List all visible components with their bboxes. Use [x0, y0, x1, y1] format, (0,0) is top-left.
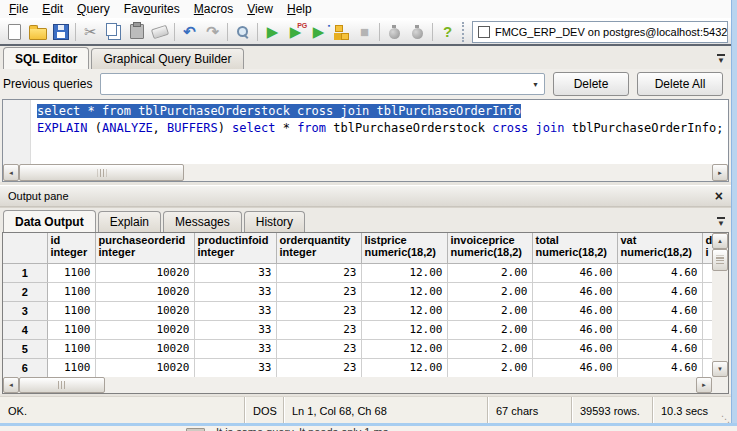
grid-cell[interactable]: 23	[276, 282, 361, 301]
help-button[interactable]: ?	[436, 21, 459, 43]
grid-cell[interactable]	[702, 358, 712, 377]
row-number[interactable]: 5	[3, 339, 47, 358]
grid-horizontal-scrollbar[interactable]: ◄ ►	[3, 377, 712, 393]
delete-all-button[interactable]: Delete All	[637, 72, 723, 96]
resize-grip-icon[interactable]: ⋱	[721, 414, 730, 423]
execute-to-file-button[interactable]: ▶▪	[307, 21, 330, 43]
column-header-purchaseorderid[interactable]: purchaseorderidinteger	[95, 233, 194, 263]
grid-cell[interactable]: 46.00	[532, 263, 617, 282]
delete-button[interactable]: Delete	[553, 72, 629, 96]
scroll-right-icon[interactable]: ►	[696, 377, 712, 393]
chevron-down-icon[interactable]: ▼	[527, 81, 544, 88]
tab-list-dropdown-icon[interactable]: ▼	[717, 217, 725, 228]
editor-horizontal-scrollbar[interactable]: ◄ ►	[3, 164, 728, 181]
bomb-button[interactable]	[383, 21, 406, 43]
grid-cell[interactable]: 4.60	[617, 263, 702, 282]
grid-cell[interactable]: 46.00	[532, 339, 617, 358]
row-number[interactable]: 4	[3, 320, 47, 339]
grid-cell[interactable]: 12.00	[361, 320, 447, 339]
grid-cell[interactable]: 33	[194, 282, 276, 301]
grid-cell[interactable]: 23	[276, 263, 361, 282]
grid-cell[interactable]: 46.00	[532, 320, 617, 339]
paste-button[interactable]	[125, 21, 148, 43]
menu-item-edit[interactable]: Edit	[35, 1, 70, 17]
menu-item-file[interactable]: File	[2, 1, 35, 17]
grid-cell[interactable]: 4.60	[617, 282, 702, 301]
menu-item-macros[interactable]: Macros	[187, 1, 240, 17]
grid-cell[interactable]: 10020	[95, 282, 194, 301]
grid-vertical-scrollbar[interactable]: ▲ ▼	[712, 233, 728, 377]
grid-cell[interactable]	[702, 301, 712, 320]
tab-messages[interactable]: Messages	[163, 211, 242, 232]
menu-item-help[interactable]: Help	[280, 1, 319, 17]
column-header-invoiceprice[interactable]: invoicepricenumeric(18,2)	[447, 233, 532, 263]
save-button[interactable]	[49, 21, 72, 43]
toolbar-gripper[interactable]	[462, 22, 467, 42]
grid-cell[interactable]: 10020	[95, 339, 194, 358]
grid-cell[interactable]: 1100	[47, 301, 95, 320]
scroll-right-icon[interactable]: ►	[712, 164, 728, 181]
copy-button[interactable]	[102, 21, 125, 43]
grid-cell[interactable]: 1100	[47, 282, 95, 301]
scroll-left-icon[interactable]: ◄	[3, 377, 19, 393]
column-header-d[interactable]: di	[702, 233, 712, 263]
editor-text-area[interactable]: select * from tblPurchaseOrderstock cros…	[31, 100, 728, 164]
menu-item-favourites[interactable]: Favourites	[117, 1, 187, 17]
grid-cell[interactable]: 2.00	[447, 282, 532, 301]
grid-cell[interactable]	[702, 282, 712, 301]
grid-cell[interactable]: 1100	[47, 320, 95, 339]
scrollbar-thumb[interactable]	[19, 377, 105, 393]
tab-graphical-query-builder[interactable]: Graphical Query Builder	[91, 48, 243, 69]
row-number[interactable]: 1	[3, 263, 47, 282]
column-header-id[interactable]: idinteger	[47, 233, 95, 263]
grid-cell[interactable]: 1100	[47, 263, 95, 282]
grid-cell[interactable]: 2.00	[447, 320, 532, 339]
grid-cell[interactable]	[702, 320, 712, 339]
grid-cell[interactable]: 23	[276, 320, 361, 339]
grid-cell[interactable]: 33	[194, 301, 276, 320]
grid-cell[interactable]: 12.00	[361, 263, 447, 282]
column-header-productinfoid[interactable]: productinfoidinteger	[194, 233, 276, 263]
column-header-vat[interactable]: vatnumeric(18,2)	[617, 233, 702, 263]
bomb-button[interactable]	[406, 21, 429, 43]
grid-cell[interactable]: 12.00	[361, 301, 447, 320]
grid-cell[interactable]: 33	[194, 263, 276, 282]
grid-cell[interactable]: 4.60	[617, 320, 702, 339]
tab-explain[interactable]: Explain	[98, 211, 161, 232]
grid-cell[interactable]: 46.00	[532, 358, 617, 377]
clear-window-button[interactable]	[148, 21, 171, 43]
grid-cell[interactable]: 10020	[95, 263, 194, 282]
grid-cell[interactable]: 4.60	[617, 339, 702, 358]
grid-cell[interactable]: 4.60	[617, 358, 702, 377]
column-header-listprice[interactable]: listpricenumeric(18,2)	[361, 233, 447, 263]
grid-cell[interactable]: 12.00	[361, 358, 447, 377]
grid-cell[interactable]: 4.60	[617, 301, 702, 320]
execute-pgscript-button[interactable]: ▶PG	[284, 21, 307, 43]
execute-query-button[interactable]: ▶	[261, 21, 284, 43]
tab-list-dropdown-icon[interactable]: ▼	[717, 54, 725, 65]
tab-sql-editor[interactable]: SQL Editor	[3, 47, 89, 69]
stop-button[interactable]: ■	[353, 21, 376, 43]
grid-cell[interactable]: 46.00	[532, 282, 617, 301]
row-number[interactable]: 2	[3, 282, 47, 301]
scrollbar-track[interactable]	[105, 377, 696, 393]
explain-query-button[interactable]	[330, 21, 353, 43]
grid-cell[interactable]: 23	[276, 301, 361, 320]
grid-cell[interactable]: 2.00	[447, 263, 532, 282]
scrollbar-track[interactable]	[712, 271, 728, 361]
grid-cell[interactable]: 23	[276, 358, 361, 377]
grid-cell[interactable]: 33	[194, 358, 276, 377]
grid-cell[interactable]: 10020	[95, 320, 194, 339]
menu-item-query[interactable]: Query	[70, 1, 117, 17]
grid-cell[interactable]: 1100	[47, 339, 95, 358]
scroll-up-icon[interactable]: ▲	[712, 233, 728, 249]
redo-button[interactable]: ↷	[201, 21, 224, 43]
scroll-left-icon[interactable]: ◄	[3, 164, 19, 181]
grid-cell[interactable]: 2.00	[447, 358, 532, 377]
tab-data-output[interactable]: Data Output	[3, 210, 96, 232]
scrollbar-thumb[interactable]	[712, 249, 728, 271]
column-header-orderquantity[interactable]: orderquantityinteger	[276, 233, 361, 263]
grid-cell[interactable]: 46.00	[532, 301, 617, 320]
row-number[interactable]: 3	[3, 301, 47, 320]
grid-cell[interactable]	[702, 263, 712, 282]
